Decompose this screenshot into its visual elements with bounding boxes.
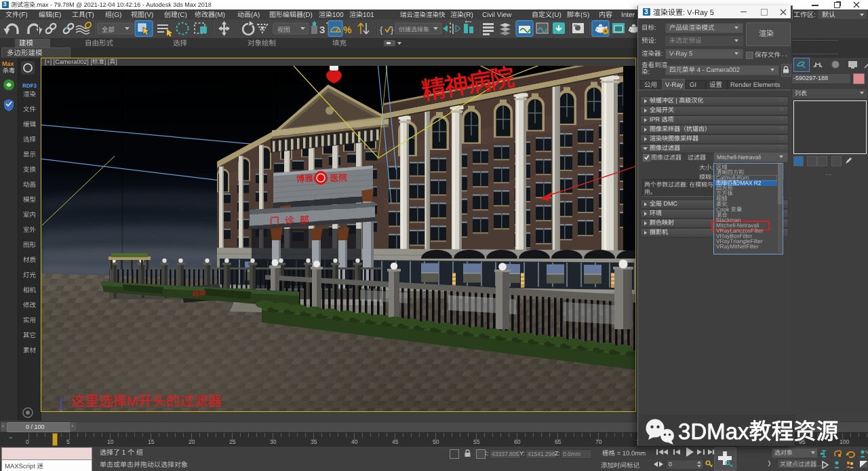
svg-text:3: 3: [319, 24, 325, 35]
svg-text:%: %: [343, 24, 352, 35]
svg-text:}: }: [391, 24, 394, 35]
svg-text:{: {: [380, 24, 383, 35]
